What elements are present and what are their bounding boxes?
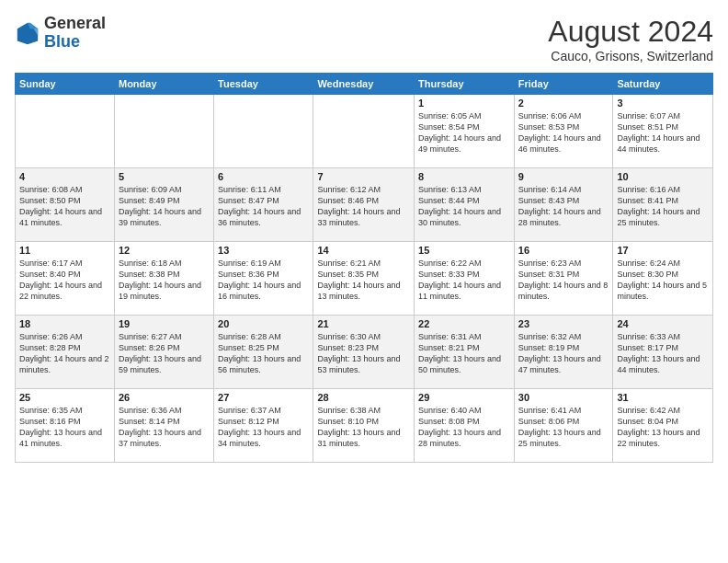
day-number: 9 [518, 171, 609, 182]
day-number: 4 [19, 171, 110, 182]
day-info: Sunrise: 6:16 AM Sunset: 8:41 PM Dayligh… [617, 184, 709, 229]
weekday-header: Thursday [415, 74, 515, 95]
day-info: Sunrise: 6:21 AM Sunset: 8:35 PM Dayligh… [317, 258, 410, 303]
day-number: 14 [317, 245, 410, 256]
day-info: Sunrise: 6:37 AM Sunset: 8:12 PM Dayligh… [218, 405, 309, 450]
calendar-cell: 22Sunrise: 6:31 AM Sunset: 8:21 PM Dayli… [415, 316, 515, 389]
day-info: Sunrise: 6:31 AM Sunset: 8:21 PM Dayligh… [418, 331, 510, 376]
day-info: Sunrise: 6:23 AM Sunset: 8:31 PM Dayligh… [518, 258, 609, 303]
header: General Blue August 2024 Cauco, Grisons,… [15, 15, 713, 63]
day-number: 25 [19, 392, 110, 403]
day-number: 10 [617, 171, 709, 182]
location: Cauco, Grisons, Switzerland [548, 49, 713, 63]
day-info: Sunrise: 6:30 AM Sunset: 8:23 PM Dayligh… [317, 331, 410, 376]
weekday-header: Friday [514, 74, 613, 95]
day-number: 28 [317, 392, 410, 403]
calendar-cell: 10Sunrise: 6:16 AM Sunset: 8:41 PM Dayli… [613, 168, 713, 242]
day-number: 24 [617, 318, 709, 329]
day-info: Sunrise: 6:33 AM Sunset: 8:17 PM Dayligh… [617, 331, 709, 376]
calendar-cell: 12Sunrise: 6:18 AM Sunset: 8:38 PM Dayli… [114, 242, 213, 316]
day-info: Sunrise: 6:17 AM Sunset: 8:40 PM Dayligh… [19, 258, 110, 303]
calendar-cell: 5Sunrise: 6:09 AM Sunset: 8:49 PM Daylig… [114, 168, 213, 242]
calendar-cell [114, 95, 213, 168]
calendar-cell: 23Sunrise: 6:32 AM Sunset: 8:19 PM Dayli… [514, 316, 613, 389]
day-number: 23 [518, 318, 609, 329]
day-info: Sunrise: 6:22 AM Sunset: 8:33 PM Dayligh… [418, 258, 510, 303]
day-info: Sunrise: 6:11 AM Sunset: 8:47 PM Dayligh… [218, 184, 309, 229]
day-info: Sunrise: 6:41 AM Sunset: 8:06 PM Dayligh… [518, 405, 609, 450]
day-info: Sunrise: 6:42 AM Sunset: 8:04 PM Dayligh… [617, 405, 709, 450]
calendar-week-row: 11Sunrise: 6:17 AM Sunset: 8:40 PM Dayli… [16, 242, 713, 316]
day-info: Sunrise: 6:13 AM Sunset: 8:44 PM Dayligh… [418, 184, 510, 229]
day-number: 17 [617, 245, 709, 256]
day-info: Sunrise: 6:19 AM Sunset: 8:36 PM Dayligh… [218, 258, 309, 303]
day-info: Sunrise: 6:36 AM Sunset: 8:14 PM Dayligh… [119, 405, 210, 450]
day-number: 20 [218, 318, 309, 329]
logo-general: General [44, 14, 106, 32]
day-info: Sunrise: 6:09 AM Sunset: 8:49 PM Dayligh… [119, 184, 210, 229]
month-year: August 2024 [548, 15, 713, 49]
title-block: August 2024 Cauco, Grisons, Switzerland [548, 15, 713, 63]
calendar-cell: 20Sunrise: 6:28 AM Sunset: 8:25 PM Dayli… [214, 316, 313, 389]
calendar-cell: 7Sunrise: 6:12 AM Sunset: 8:46 PM Daylig… [313, 168, 415, 242]
calendar-cell: 3Sunrise: 6:07 AM Sunset: 8:51 PM Daylig… [613, 95, 713, 168]
logo-blue: Blue [44, 32, 80, 51]
calendar-cell: 17Sunrise: 6:24 AM Sunset: 8:30 PM Dayli… [613, 242, 713, 316]
day-info: Sunrise: 6:26 AM Sunset: 8:28 PM Dayligh… [19, 331, 110, 376]
day-number: 16 [518, 245, 609, 256]
day-info: Sunrise: 6:05 AM Sunset: 8:54 PM Dayligh… [418, 110, 510, 155]
calendar-cell: 16Sunrise: 6:23 AM Sunset: 8:31 PM Dayli… [514, 242, 613, 316]
calendar-cell: 6Sunrise: 6:11 AM Sunset: 8:47 PM Daylig… [214, 168, 313, 242]
calendar-cell: 27Sunrise: 6:37 AM Sunset: 8:12 PM Dayli… [214, 389, 313, 463]
calendar-cell: 29Sunrise: 6:40 AM Sunset: 8:08 PM Dayli… [415, 389, 515, 463]
calendar-cell: 21Sunrise: 6:30 AM Sunset: 8:23 PM Dayli… [313, 316, 415, 389]
day-number: 22 [418, 318, 510, 329]
calendar-cell: 2Sunrise: 6:06 AM Sunset: 8:53 PM Daylig… [514, 95, 613, 168]
calendar-cell: 1Sunrise: 6:05 AM Sunset: 8:54 PM Daylig… [415, 95, 515, 168]
calendar-cell: 14Sunrise: 6:21 AM Sunset: 8:35 PM Dayli… [313, 242, 415, 316]
calendar-header-row: SundayMondayTuesdayWednesdayThursdayFrid… [16, 74, 713, 95]
calendar-cell: 11Sunrise: 6:17 AM Sunset: 8:40 PM Dayli… [16, 242, 115, 316]
calendar-cell: 28Sunrise: 6:38 AM Sunset: 8:10 PM Dayli… [313, 389, 415, 463]
day-number: 19 [119, 318, 210, 329]
day-info: Sunrise: 6:14 AM Sunset: 8:43 PM Dayligh… [518, 184, 609, 229]
calendar-cell [16, 95, 115, 168]
day-number: 30 [518, 392, 609, 403]
day-info: Sunrise: 6:07 AM Sunset: 8:51 PM Dayligh… [617, 110, 709, 155]
calendar-cell: 25Sunrise: 6:35 AM Sunset: 8:16 PM Dayli… [16, 389, 115, 463]
day-number: 2 [518, 98, 609, 109]
calendar-cell: 19Sunrise: 6:27 AM Sunset: 8:26 PM Dayli… [114, 316, 213, 389]
day-number: 21 [317, 318, 410, 329]
calendar-cell [313, 95, 415, 168]
calendar-cell: 18Sunrise: 6:26 AM Sunset: 8:28 PM Dayli… [16, 316, 115, 389]
calendar-cell: 31Sunrise: 6:42 AM Sunset: 8:04 PM Dayli… [613, 389, 713, 463]
day-info: Sunrise: 6:32 AM Sunset: 8:19 PM Dayligh… [518, 331, 609, 376]
calendar-cell: 13Sunrise: 6:19 AM Sunset: 8:36 PM Dayli… [214, 242, 313, 316]
day-info: Sunrise: 6:08 AM Sunset: 8:50 PM Dayligh… [19, 184, 110, 229]
day-info: Sunrise: 6:06 AM Sunset: 8:53 PM Dayligh… [518, 110, 609, 155]
calendar-week-row: 4Sunrise: 6:08 AM Sunset: 8:50 PM Daylig… [16, 168, 713, 242]
day-number: 31 [617, 392, 709, 403]
day-number: 13 [218, 245, 309, 256]
day-number: 15 [418, 245, 510, 256]
calendar-cell: 24Sunrise: 6:33 AM Sunset: 8:17 PM Dayli… [613, 316, 713, 389]
weekday-header: Tuesday [214, 74, 313, 95]
weekday-header: Saturday [613, 74, 713, 95]
logo: General Blue [15, 15, 106, 52]
weekday-header: Monday [114, 74, 213, 95]
day-info: Sunrise: 6:27 AM Sunset: 8:26 PM Dayligh… [119, 331, 210, 376]
calendar-cell: 9Sunrise: 6:14 AM Sunset: 8:43 PM Daylig… [514, 168, 613, 242]
svg-marker-0 [17, 23, 38, 44]
calendar-cell: 30Sunrise: 6:41 AM Sunset: 8:06 PM Dayli… [514, 389, 613, 463]
day-number: 7 [317, 171, 410, 182]
day-number: 3 [617, 98, 709, 109]
page: General Blue August 2024 Cauco, Grisons,… [0, 0, 728, 563]
calendar-week-row: 18Sunrise: 6:26 AM Sunset: 8:28 PM Dayli… [16, 316, 713, 389]
calendar-cell: 26Sunrise: 6:36 AM Sunset: 8:14 PM Dayli… [114, 389, 213, 463]
weekday-header: Wednesday [313, 74, 415, 95]
day-number: 12 [119, 245, 210, 256]
day-number: 5 [119, 171, 210, 182]
day-number: 8 [418, 171, 510, 182]
calendar-cell: 4Sunrise: 6:08 AM Sunset: 8:50 PM Daylig… [16, 168, 115, 242]
day-number: 6 [218, 171, 309, 182]
